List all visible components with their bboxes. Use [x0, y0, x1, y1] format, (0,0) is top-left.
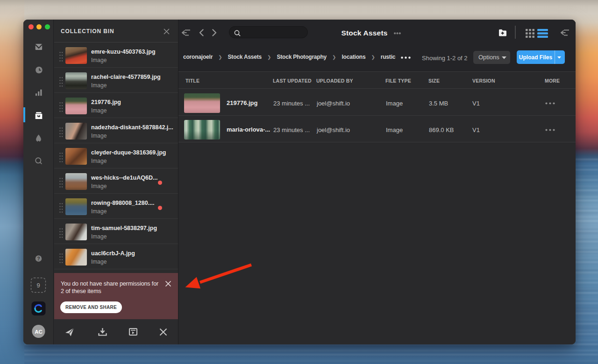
- svg-text:AC: AC: [35, 329, 43, 335]
- svg-text:9: 9: [36, 282, 40, 289]
- svg-text:?: ?: [37, 256, 40, 261]
